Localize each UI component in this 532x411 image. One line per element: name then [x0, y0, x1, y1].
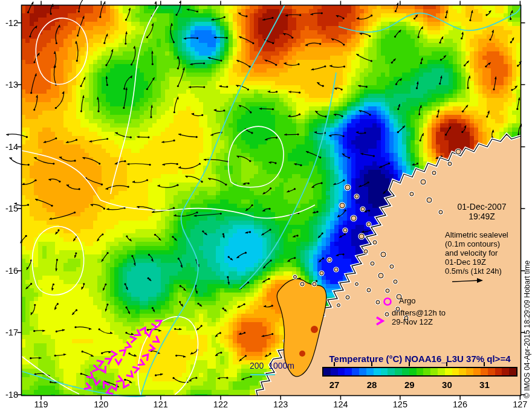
bathymetry-contour	[339, 6, 521, 32]
island	[300, 282, 304, 286]
x-axis-label: 126	[453, 400, 467, 409]
island	[367, 288, 371, 292]
island	[386, 289, 389, 293]
island	[432, 171, 436, 175]
drifter-position-marker	[121, 381, 129, 389]
colorbar-tick-mark	[371, 362, 372, 366]
date-line: 01-Dec-2007	[445, 202, 519, 212]
island	[346, 296, 349, 299]
alt-line: 0.5m/s (1kt 24h)	[445, 267, 520, 276]
y-axis-label: -12	[0, 18, 18, 28]
drifter-tracks	[84, 318, 163, 396]
island	[320, 271, 323, 275]
x-axis-label: 122	[213, 400, 228, 409]
alt-line: 01-Dec 19Z	[445, 258, 520, 267]
drifter-position-marker	[130, 335, 137, 343]
island	[427, 198, 432, 202]
island	[313, 282, 316, 286]
drifter-position-marker	[97, 358, 104, 366]
time-line: 19:49Z	[445, 212, 519, 221]
drifter-position-marker	[101, 380, 109, 388]
island	[376, 300, 380, 304]
sealevel-contour	[229, 126, 284, 187]
x-axis-label: 124	[333, 400, 348, 409]
y-axis-label: -14	[0, 142, 18, 152]
x-axis-label: 119	[34, 400, 48, 409]
colorbar-tick-label: 27	[329, 380, 340, 390]
island	[421, 180, 426, 184]
island	[355, 195, 358, 198]
drifters-line: drifters@12h to	[392, 309, 446, 318]
colorbar-title: Temperature (°C) NOAA16_L3U 37% ql>=4	[322, 354, 517, 364]
alt-line: and velocity for	[445, 249, 520, 258]
x-axis-label: 125	[393, 400, 407, 409]
drifter-position-marker	[100, 366, 108, 374]
x-axis-labels: 119120121122123124125126127	[0, 400, 532, 410]
island	[340, 203, 345, 208]
drifter-position-marker	[116, 375, 123, 383]
island	[367, 222, 371, 226]
alt-line: Altimetric sealevel	[445, 231, 520, 240]
island	[390, 265, 394, 268]
drifter-position-marker	[149, 345, 155, 352]
drifter-position-marker	[126, 371, 135, 379]
colorbar-tick-label: 29	[404, 380, 415, 390]
island	[394, 280, 397, 283]
island	[334, 268, 338, 271]
drifter-position-marker	[142, 352, 151, 361]
bathymetry-depth-label: 200 1000m	[250, 361, 294, 371]
x-axis-label: 127	[513, 400, 527, 409]
argo-legend-label: Argo	[399, 297, 415, 306]
colorbar-tick-label: 31	[479, 380, 490, 390]
colorbar-tick-label: 30	[442, 380, 452, 390]
island	[343, 228, 347, 232]
island	[345, 185, 350, 190]
colorbar	[322, 367, 517, 377]
bathymetry-depth-line	[250, 374, 275, 375]
sealevel-contours	[21, 6, 315, 396]
drifters-legend-label: drifters@12h to 29-Nov 12Z	[392, 309, 446, 327]
drifter-position-marker	[111, 351, 117, 358]
island	[355, 283, 358, 286]
altimetric-annotation: Altimetric sealevel (0.1m contours) and …	[445, 231, 520, 276]
sealevel-contour	[36, 18, 87, 85]
alt-line: (0.1m contours)	[445, 240, 520, 249]
island	[294, 276, 297, 279]
credit-text: © IMOS 04-Apr-2015 18:29:09 Hobart time	[524, 261, 532, 398]
bay-hot-spot	[299, 351, 305, 357]
bathymetry-contour	[141, 5, 285, 396]
island	[385, 312, 389, 316]
island	[410, 192, 414, 196]
timestamp-annotation: 01-Dec-2007 19:49Z	[445, 202, 519, 221]
bay-hot-spot	[311, 326, 318, 333]
colorbar-tick-mark	[484, 362, 485, 366]
drifter-position-marker	[119, 348, 128, 356]
island	[359, 234, 364, 239]
sealevel-contour	[21, 150, 315, 218]
island	[351, 216, 356, 221]
island	[378, 273, 383, 278]
drifter-position-marker	[152, 336, 161, 345]
sealevel-contour	[111, 6, 158, 194]
sealevel-contour	[21, 356, 79, 394]
colorbar-tick-label: 28	[367, 380, 377, 390]
x-axis-label: 120	[94, 400, 108, 409]
drifter-position-marker	[152, 324, 157, 331]
island	[381, 252, 386, 257]
sealevel-contour	[32, 227, 83, 295]
drifter-position-marker	[111, 384, 118, 391]
y-axis-label: -18	[0, 390, 18, 400]
island	[439, 210, 443, 214]
bathymetry-contour	[239, 73, 336, 289]
island	[371, 262, 374, 265]
island	[373, 241, 377, 244]
x-axis-label: 123	[273, 400, 288, 409]
y-axis-label: -15	[0, 204, 18, 213]
island	[448, 162, 452, 166]
island	[364, 250, 368, 253]
drifter-position-marker	[93, 379, 100, 386]
island	[328, 258, 331, 262]
drifter-position-marker	[115, 359, 122, 364]
oceancurrent-sst-map: 119120121122123124125126127 -12-13-14-15…	[0, 0, 532, 411]
y-axis-label: -13	[0, 80, 18, 89]
